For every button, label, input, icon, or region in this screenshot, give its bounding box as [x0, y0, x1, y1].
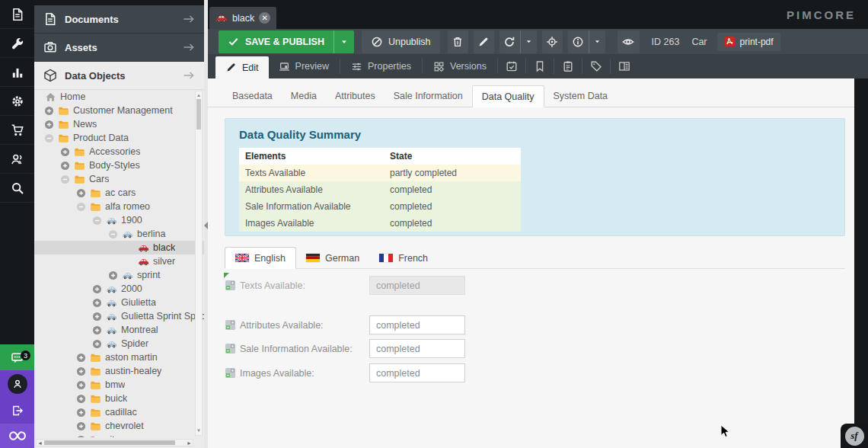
tree-item-silver[interactable]: silver [34, 254, 204, 268]
delete-button-main[interactable] [448, 30, 468, 53]
info-button-caret[interactable] [589, 30, 605, 53]
accordion-data-objects[interactable]: Data Objects [34, 62, 204, 90]
tree-item-cadillac[interactable]: cadillac [34, 405, 204, 419]
expand-plus-icon[interactable] [44, 120, 54, 130]
content-tab-data-quality[interactable]: Data Quality [472, 85, 544, 107]
language-tab-english[interactable]: English [225, 247, 296, 269]
tree-horizontal-scrollbar[interactable]: ◄ ► [36, 439, 193, 446]
tree-item-citroen[interactable]: citroen [34, 433, 204, 437]
tree-item-2000[interactable]: 2000 [34, 282, 204, 296]
bookmark-button[interactable] [527, 54, 553, 78]
tree-item-giulietta[interactable]: Giulietta [34, 296, 204, 309]
rail-users-button[interactable] [0, 145, 34, 174]
locate-in-tree-button-main[interactable] [542, 30, 563, 53]
tree-item-chevrolet[interactable]: chevrolet [34, 419, 204, 433]
tree-item-spider[interactable]: Spider [34, 337, 204, 350]
notes-events-button[interactable] [555, 54, 581, 78]
expand-minus-icon[interactable] [92, 216, 102, 226]
expand-minus-icon[interactable] [76, 202, 86, 212]
tree-item-gulietta-sprint-specia[interactable]: Gulietta Sprint Specia [34, 309, 204, 323]
content-tab-sale-information[interactable]: Sale Information [385, 85, 472, 107]
expand-plus-icon[interactable] [108, 270, 118, 280]
expand-plus-icon[interactable] [92, 325, 102, 335]
expand-plus-icon[interactable] [76, 188, 86, 198]
tree-item-ac-cars[interactable]: ac cars [34, 186, 204, 200]
pimcore-logo-button[interactable] [0, 424, 34, 448]
notifications-button[interactable]: 3 [0, 344, 34, 370]
content-tab-attributes[interactable]: Attributes [326, 85, 385, 107]
field-input-attributes-available[interactable] [369, 315, 465, 334]
rail-settings-button[interactable] [0, 87, 34, 116]
scrollbar-thumb[interactable] [44, 440, 175, 445]
tree-item-news[interactable]: News [34, 117, 204, 131]
tree-item-sprint[interactable]: sprint [34, 268, 204, 282]
expand-plus-icon[interactable] [92, 339, 102, 349]
expand-plus-icon[interactable] [76, 421, 86, 431]
tree-item-alfa-romeo[interactable]: alfa romeo [34, 200, 204, 213]
accordion-assets[interactable]: Assets [34, 34, 204, 62]
view-tab-preview[interactable]: Preview [269, 54, 339, 78]
reload-button-main[interactable] [499, 30, 520, 53]
close-tab-icon[interactable]: ✕ [259, 12, 270, 24]
reload-button[interactable] [499, 30, 537, 53]
scroll-down-arrow[interactable]: ▼ [196, 427, 202, 434]
open-object-tab-black[interactable]: black ✕ [209, 7, 276, 29]
expand-plus-icon[interactable] [60, 161, 70, 171]
scroll-up-arrow[interactable]: ▲ [196, 92, 202, 99]
accordion-documents[interactable]: Documents [34, 5, 204, 34]
reload-button-caret[interactable] [520, 30, 537, 53]
field-input-sale-information-available[interactable] [369, 339, 465, 358]
tree-vertical-scrollbar[interactable]: ▲ ▼ [195, 91, 203, 436]
tree-item-cars[interactable]: Cars [34, 172, 204, 186]
symfony-debug-toolbar-toggle[interactable]: sf [841, 424, 868, 448]
tree-item-1900[interactable]: 1900 [34, 213, 204, 227]
rail-ecommerce-button[interactable] [0, 116, 34, 145]
locate-in-tree-button[interactable] [542, 30, 563, 53]
expand-plus-icon[interactable] [76, 366, 86, 376]
view-tab-edit[interactable]: Edit [215, 56, 269, 78]
scroll-right-arrow[interactable]: ► [187, 440, 192, 446]
expand-minus-icon[interactable] [60, 174, 70, 184]
unpublish-button[interactable]: Unpublish [362, 30, 440, 53]
tree-item-montreal[interactable]: Montreal [34, 323, 204, 337]
delete-button[interactable] [448, 30, 468, 53]
field-input-images-available[interactable] [369, 363, 465, 382]
save-and-publish-button[interactable]: SAVE & PUBLISH [219, 30, 354, 53]
content-tab-media[interactable]: Media [282, 85, 326, 107]
expand-plus-icon[interactable] [92, 284, 102, 294]
custom-layout-button[interactable] [611, 54, 637, 78]
info-button[interactable] [568, 30, 605, 53]
content-tab-basedata[interactable]: Basedata [223, 85, 282, 107]
scrollbar-thumb[interactable] [196, 99, 201, 130]
tags-button[interactable] [583, 54, 609, 78]
print-pdf-button[interactable]: print-pdf [717, 33, 780, 51]
tree-item-austin-healey[interactable]: austin-healey [34, 364, 204, 378]
expand-minus-icon[interactable] [44, 133, 54, 143]
save-options-caret[interactable] [333, 30, 354, 53]
expand-plus-icon[interactable] [76, 408, 86, 418]
tree-item-body-styles[interactable]: Body-Styles [34, 158, 204, 172]
rail-search-button[interactable] [0, 174, 34, 203]
tree-item-black[interactable]: black [34, 241, 204, 254]
expand-plus-icon[interactable] [76, 380, 86, 390]
expand-plus-icon[interactable] [92, 298, 102, 308]
tree-item-bmw[interactable]: bmw [34, 378, 204, 392]
expand-plus-icon[interactable] [60, 147, 70, 157]
rename-button[interactable] [474, 30, 494, 53]
tree-item-product-data[interactable]: Product Data [34, 131, 204, 145]
rail-reports-button[interactable] [0, 58, 34, 87]
expand-plus-icon[interactable] [76, 353, 86, 363]
open-preview-button[interactable] [617, 30, 640, 53]
expand-minus-icon[interactable] [108, 229, 118, 239]
user-menu-button[interactable] [0, 370, 34, 397]
rail-tools-button[interactable] [0, 29, 34, 58]
logout-button[interactable] [0, 397, 34, 424]
tree-item-customer-management[interactable]: Customer Management [34, 104, 204, 117]
language-tab-german[interactable]: German [296, 248, 369, 268]
tree-item-home[interactable]: Home [34, 90, 204, 104]
expand-plus-icon[interactable] [76, 394, 86, 404]
content-tab-system-data[interactable]: System Data [544, 85, 617, 107]
rename-button-main[interactable] [474, 30, 494, 53]
rail-documents-nav-button[interactable] [0, 0, 34, 29]
scroll-left-arrow[interactable]: ◄ [37, 440, 43, 446]
